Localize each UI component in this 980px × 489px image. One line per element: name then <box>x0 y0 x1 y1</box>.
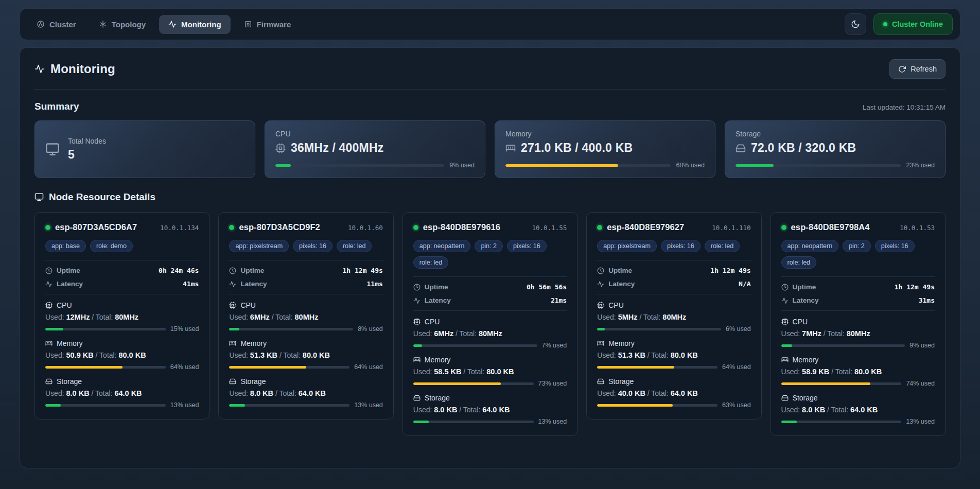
resource-usage: Used: 50.9 KB / Total: 80.0 KB <box>45 351 199 359</box>
cluster-icon <box>37 20 45 28</box>
cpu-icon <box>597 302 604 309</box>
latency-row: Latency N/A <box>597 280 750 288</box>
cpu-section: CPU Used: 7MHz / Total: 80MHz 9% used <box>781 318 935 349</box>
tab-cluster[interactable]: Cluster <box>27 15 85 34</box>
resource-usage: Used: 8.0 KB / Total: 64.0 KB <box>781 406 935 414</box>
clock-icon <box>597 267 604 274</box>
resource-usage: Used: 8.0 KB / Total: 64.0 KB <box>413 406 567 414</box>
tab-label: Topology <box>112 20 146 29</box>
badge: pin: 2 <box>475 240 503 252</box>
cpu-icon <box>275 143 286 153</box>
uptime-row: Uptime 1h 12m 49s <box>597 267 750 274</box>
cpu-section: CPU Used: 12MHz / Total: 80MHz 15% used <box>45 301 199 333</box>
node-meta: Uptime 0h 24m 46s Latency 41ms <box>45 260 199 294</box>
activity-icon <box>413 297 421 304</box>
clock-icon <box>413 284 421 291</box>
clock-icon <box>45 267 52 274</box>
node-header: esp-840D8E979616 10.0.1.55 <box>413 222 567 232</box>
percent-used: 7% used <box>542 342 567 349</box>
badge: role: demo <box>90 240 133 252</box>
progress-fill <box>45 366 122 369</box>
resource-label: Storage <box>240 377 266 386</box>
percent-used: 64% used <box>170 363 199 371</box>
percent-used: 13% used <box>170 401 199 409</box>
resource-label: Memory <box>57 339 83 347</box>
progress-fill <box>45 328 63 330</box>
percent-used: 63% used <box>722 401 751 409</box>
cluster-status-button[interactable]: Cluster Online <box>873 13 953 35</box>
badge: pixels: 16 <box>875 240 915 252</box>
memory-icon <box>45 340 52 347</box>
tab-monitoring[interactable]: Monitoring <box>159 15 230 34</box>
resource-usage: Used: 8.0 KB / Total: 64.0 KB <box>45 389 199 397</box>
cpu-icon <box>229 302 236 309</box>
progress-bar <box>781 344 905 347</box>
memory-icon <box>505 143 516 153</box>
progress-fill <box>229 404 244 407</box>
tab-firmware[interactable]: Firmware <box>235 15 301 34</box>
online-dot-icon <box>883 22 887 26</box>
node-card: esp-840D8E979627 10.0.1.110 app: pixelst… <box>586 212 761 420</box>
percent-used: 64% used <box>722 363 751 371</box>
node-ip: 10.0.1.55 <box>532 224 567 232</box>
badge: role: led <box>705 240 740 252</box>
nodes-grid: esp-807D3A5CD6A7 10.0.1.134 app: base ro… <box>34 212 946 436</box>
cpu-section: CPU Used: 5MHz / Total: 80MHz 6% used <box>597 301 750 333</box>
resource-label: Storage <box>57 377 82 386</box>
progress-fill <box>413 421 429 423</box>
badge: pixels: 16 <box>661 240 701 252</box>
badge-row: app: neopattern pin: 2 pixels: 16 role: … <box>413 240 567 269</box>
resource-label: CPU <box>793 318 808 326</box>
progress-bar <box>45 366 166 369</box>
badge: role: led <box>781 256 816 269</box>
memory-section: Memory Used: 51.3 KB / Total: 80.0 KB 64… <box>597 339 750 371</box>
progress-fill <box>275 164 291 167</box>
node-card: esp-807D3A5CD6A7 10.0.1.134 app: base ro… <box>34 212 209 420</box>
latency-label: Latency <box>240 280 267 288</box>
badge: app: neopattern <box>413 240 471 252</box>
storage-section: Storage Used: 8.0 KB / Total: 64.0 KB 13… <box>413 394 567 425</box>
activity-icon <box>45 281 52 288</box>
percent-used: 64% used <box>354 363 383 371</box>
latency-label: Latency <box>608 280 635 288</box>
latency-label: Latency <box>57 280 83 288</box>
memory-summary-card: Memory 271.0 KB / 400.0 KB 68% used <box>495 120 715 178</box>
progress-bar <box>413 344 537 347</box>
percent-used: 15% used <box>170 325 199 333</box>
hard-drive-icon <box>45 378 52 385</box>
tab-label: Monitoring <box>181 20 221 29</box>
progress-fill <box>45 404 61 407</box>
cpu-summary-card: CPU 36MHz / 400MHz 9% used <box>265 120 485 178</box>
resource-label: CPU <box>608 301 624 309</box>
resource-label: Memory <box>240 339 267 347</box>
resource-usage: Used: 51.3 KB / Total: 80.0 KB <box>597 351 750 359</box>
node-name: esp-840D8E979627 <box>607 222 684 232</box>
resource-label: Memory <box>425 356 451 364</box>
cpu-section: CPU Used: 6MHz / Total: 80MHz 7% used <box>413 318 567 349</box>
memory-icon <box>229 340 236 347</box>
progress-fill <box>229 366 306 369</box>
resource-label: Memory <box>793 356 819 364</box>
progress-fill <box>597 404 673 407</box>
monitor-icon <box>45 142 60 156</box>
latency-row: Latency 21ms <box>413 296 567 304</box>
tab-topology[interactable]: Topology <box>90 15 155 34</box>
memory-section: Memory Used: 58.5 KB / Total: 80.0 KB 73… <box>413 356 567 387</box>
storage-section: Storage Used: 40.0 KB / Total: 64.0 KB 6… <box>597 377 750 409</box>
storage-section: Storage Used: 8.0 KB / Total: 64.0 KB 13… <box>229 377 382 409</box>
percent-used: 13% used <box>354 401 383 409</box>
node-ip: 10.0.1.134 <box>160 224 199 232</box>
navbar-right: Cluster Online <box>845 13 953 35</box>
theme-toggle-button[interactable] <box>845 13 866 35</box>
hard-drive-icon <box>736 143 746 153</box>
progress-bar <box>45 328 166 330</box>
memory-icon <box>781 356 789 363</box>
card-label: Memory <box>505 130 705 138</box>
latency-row: Latency 31ms <box>781 296 935 304</box>
progress-bar <box>597 328 721 330</box>
uptime-value: 0h 56m 56s <box>527 283 567 291</box>
percent-used: 9% used <box>449 162 475 169</box>
progress-bar <box>413 421 534 423</box>
uptime-label: Uptime <box>425 283 448 291</box>
refresh-button[interactable]: Refresh <box>889 59 946 79</box>
